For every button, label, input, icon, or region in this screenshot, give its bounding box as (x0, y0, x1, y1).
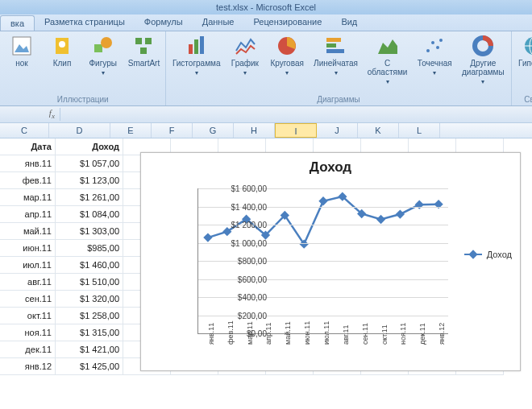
cell[interactable]: Доход (56, 138, 123, 155)
cell[interactable]: май.11 (0, 223, 56, 240)
chart-object[interactable]: Доход $0,00$200,00$400,00$600,00$800,00$… (140, 152, 521, 371)
cell[interactable]: июн.11 (0, 240, 56, 257)
x-tick-label: дек.11 (418, 328, 426, 345)
svg-rect-9 (189, 44, 193, 54)
svg-point-3 (59, 41, 65, 48)
cell[interactable]: янв.12 (0, 358, 56, 375)
col-header-D[interactable]: D (49, 123, 110, 138)
x-tick-label: мар.11 (246, 328, 254, 345)
scatter-icon (423, 35, 446, 57)
svg-rect-6 (135, 38, 142, 44)
ribbon: нокКлипФигуры ▾SmartArtИллюстрацииГистог… (0, 31, 532, 106)
ribbon-picture-button[interactable]: нок (3, 33, 40, 69)
ribbon-bar-button[interactable]: Гистограмма ▾ (169, 33, 222, 79)
tab-2[interactable]: Формулы (135, 14, 193, 31)
cell[interactable]: $1 123,00 (56, 172, 123, 189)
cell[interactable]: $1 425,00 (56, 358, 123, 375)
y-tick-label: $600,00 (218, 275, 267, 283)
cell[interactable]: сен.11 (0, 291, 56, 308)
cell[interactable]: апр.11 (0, 206, 56, 223)
ribbon-donut-button[interactable]: Другиедиаграммы ▾ (459, 33, 507, 88)
svg-rect-31 (318, 196, 327, 205)
shapes-icon (92, 35, 114, 57)
x-tick-label: янв.11 (207, 328, 215, 345)
x-tick-label: ноя.11 (399, 328, 407, 345)
ribbon-pie-button[interactable]: Круговая ▾ (267, 33, 307, 79)
cell[interactable]: ноя.11 (0, 324, 56, 341)
col-header-G[interactable]: G (193, 123, 234, 138)
cell[interactable]: фев.11 (0, 172, 56, 189)
cell[interactable]: $1 421,00 (56, 341, 123, 358)
cell[interactable]: $1 320,00 (56, 291, 123, 308)
formula-bar[interactable]: fx (0, 106, 532, 123)
svg-point-19 (436, 46, 439, 49)
x-tick-label: янв.12 (438, 328, 446, 345)
col-header-H[interactable]: H (234, 123, 275, 138)
y-tick-label: $800,00 (218, 257, 267, 266)
x-tick-label: апр.11 (264, 328, 272, 345)
cell[interactable]: $1 510,00 (56, 274, 123, 291)
chart-title: Доход (141, 159, 520, 176)
group-label: Диаграммы (169, 93, 507, 105)
ribbon-hyperlink-button[interactable]: Гиперсс (515, 33, 532, 69)
y-tick-label: $200,00 (218, 311, 267, 320)
cell[interactable]: авг.11 (0, 274, 56, 291)
col-header-E[interactable]: E (110, 123, 152, 138)
cell[interactable]: $1 303,00 (56, 223, 123, 240)
cell[interactable]: $1 460,00 (56, 257, 123, 274)
tab-5[interactable]: Вид (331, 14, 367, 31)
svg-rect-34 (376, 215, 385, 224)
svg-point-20 (439, 39, 443, 42)
ribbon-tabs: вкаРазметка страницыФормулыДанныеРецензи… (0, 14, 532, 31)
ribbon-area-button[interactable]: Собластями ▾ (364, 33, 411, 88)
cell[interactable]: июл.11 (0, 257, 56, 274)
cell[interactable]: окт.11 (0, 308, 56, 324)
cell[interactable]: $1 261,00 (56, 189, 123, 206)
tab-4[interactable]: Рецензирование (243, 14, 331, 31)
x-tick-label: окт.11 (380, 328, 389, 345)
svg-marker-16 (378, 39, 397, 54)
chart-legend: Доход (464, 250, 512, 259)
ribbon-clip-button[interactable]: Клип (44, 33, 81, 69)
svg-rect-37 (434, 200, 443, 209)
col-header-K[interactable]: K (358, 123, 399, 138)
cell[interactable]: Дата (0, 138, 56, 155)
svg-rect-14 (326, 43, 336, 48)
worksheet[interactable]: CDEFGHIJKL ДатаДоходянв.11$1 057,00фев.1… (0, 123, 532, 375)
ribbon-line-button[interactable]: График ▾ (227, 33, 264, 79)
svg-rect-35 (396, 209, 405, 218)
column-headers: CDEFGHIJKL (0, 123, 532, 138)
tab-3[interactable]: Данные (193, 14, 244, 31)
cell[interactable]: $1 315,00 (56, 324, 123, 341)
svg-point-18 (431, 41, 434, 44)
hyperlink-icon (522, 35, 532, 57)
col-header-F[interactable]: F (152, 123, 193, 138)
y-tick-label: $1 600,00 (218, 184, 267, 193)
x-tick-label: июл.11 (322, 328, 330, 345)
col-header-I[interactable]: I (275, 123, 317, 138)
cell[interactable]: $1 057,00 (56, 155, 123, 172)
cell[interactable]: мар.11 (0, 189, 56, 206)
ribbon-scatter-button[interactable]: Точечная ▾ (414, 33, 455, 79)
cell[interactable]: $1 258,00 (56, 308, 123, 324)
cell[interactable]: $1 084,00 (56, 206, 123, 223)
ribbon-hbar-button[interactable]: Линейчатая ▾ (310, 33, 360, 79)
col-header-L[interactable]: L (399, 123, 440, 138)
cell[interactable]: $985,00 (56, 240, 123, 257)
bar-icon (185, 35, 208, 57)
cell[interactable]: янв.11 (0, 155, 56, 172)
col-header-C[interactable]: C (0, 123, 49, 138)
cell[interactable]: дек.11 (0, 341, 56, 358)
tab-1[interactable]: Разметка страницы (35, 14, 135, 31)
ribbon-shapes-button[interactable]: Фигуры ▾ (84, 33, 122, 79)
svg-rect-4 (94, 44, 102, 52)
ribbon-smartart-button[interactable]: SmartArt (125, 33, 162, 69)
picture-icon (10, 35, 33, 57)
x-tick-label: сен.11 (361, 328, 369, 345)
svg-point-17 (426, 49, 430, 52)
svg-point-5 (101, 37, 112, 48)
fx-label: fx (0, 108, 60, 120)
tab-0[interactable]: вка (0, 15, 35, 31)
col-header-J[interactable]: J (317, 123, 358, 138)
svg-rect-36 (415, 200, 424, 209)
